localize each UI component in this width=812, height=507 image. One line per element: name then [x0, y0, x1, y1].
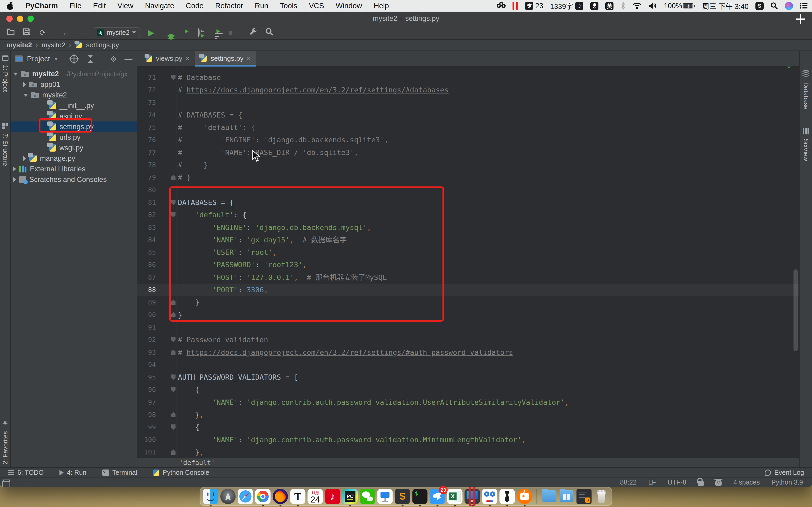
- dock-sunlogin[interactable]: [482, 489, 498, 506]
- battery-indicator[interactable]: 100%: [664, 2, 695, 10]
- code-line-77[interactable]: 77# 'NAME': BASE_DIR / 'db.sqlite3',: [137, 146, 799, 159]
- bluetooth-icon[interactable]: [620, 2, 626, 10]
- dock-typora[interactable]: T: [290, 489, 306, 506]
- fold-marker-icon[interactable]: [171, 449, 175, 455]
- siri-icon[interactable]: [785, 2, 793, 10]
- code-line-89[interactable]: 89 }: [137, 296, 799, 308]
- code-line-100[interactable]: 100 'NAME': 'django.contrib.auth.passwor…: [137, 434, 799, 446]
- breadcrumb-file[interactable]: settings.py: [86, 41, 119, 49]
- tree-item-external-libraries[interactable]: External Libraries: [11, 164, 137, 174]
- collapse-all-icon[interactable]: [87, 55, 94, 63]
- code-line-79[interactable]: 79# }: [137, 171, 799, 183]
- editor-scrollbar[interactable]: [794, 269, 798, 351]
- tool-window-database-button[interactable]: Database: [802, 65, 810, 113]
- wrench-settings-icon[interactable]: [249, 28, 258, 38]
- tree-expand-arrow[interactable]: [23, 94, 28, 97]
- minimize-window-button[interactable]: [17, 15, 23, 22]
- dock-keynote[interactable]: [377, 489, 393, 506]
- tool-window-todo-button[interactable]: 6: TODO: [8, 469, 44, 476]
- code-line-78[interactable]: 78# }: [137, 159, 799, 171]
- line-separator[interactable]: LF: [648, 478, 656, 486]
- code-line-82[interactable]: 82 'default': {: [137, 209, 799, 221]
- code-line-81[interactable]: 81DATABASES = {: [137, 196, 799, 209]
- tool-window-structure-button[interactable]: 7: Structure: [2, 119, 9, 169]
- search-everywhere-icon[interactable]: [265, 28, 274, 38]
- fold-marker-icon[interactable]: [171, 175, 175, 180]
- open-folder-icon[interactable]: [6, 28, 15, 37]
- menu-app-name[interactable]: PyCharm: [26, 2, 58, 10]
- fold-marker-icon[interactable]: [171, 412, 175, 417]
- tree-item--init-py[interactable]: __init__.py: [11, 100, 137, 111]
- dock-dingtalk[interactable]: 23: [430, 489, 445, 506]
- hector-inspector-icon[interactable]: [715, 479, 722, 486]
- wifi-icon[interactable]: [632, 2, 642, 9]
- gear-icon[interactable]: ⚙: [110, 54, 117, 64]
- close-window-button[interactable]: [6, 15, 13, 22]
- tool-window-run-button[interactable]: 4: Run: [59, 469, 87, 476]
- code-line-98[interactable]: 98 },: [137, 408, 799, 421]
- dock-trash[interactable]: [594, 489, 609, 506]
- code-line-83[interactable]: 83 'ENGINE': 'django.db.backends.mysql',: [137, 221, 799, 234]
- file-encoding[interactable]: UTF-8: [668, 478, 687, 486]
- tool-window-event-log-button[interactable]: Event Log: [765, 469, 804, 476]
- run-configuration-select[interactable]: dj mysite2: [93, 27, 140, 38]
- code-line-84[interactable]: 84 'NAME': 'gx_day15', # 数据库名字: [137, 234, 799, 246]
- python-interpreter[interactable]: Python 3.9: [771, 478, 803, 486]
- dock-minimized-window[interactable]: S: [576, 489, 592, 506]
- code-line-95[interactable]: 95AUTH_PASSWORD_VALIDATORS = [: [137, 371, 799, 383]
- window-layout-icon[interactable]: [3, 480, 10, 485]
- dock-tie-app[interactable]: [500, 489, 515, 506]
- dingtalk-tray[interactable]: 23: [525, 2, 543, 10]
- code-line-73[interactable]: 73: [137, 96, 799, 109]
- fold-marker-icon[interactable]: [171, 387, 175, 392]
- tree-item-manage-py[interactable]: manage.py: [11, 153, 137, 164]
- pause-tray-icon[interactable]: [512, 2, 518, 10]
- dock-folder-windows[interactable]: [559, 489, 574, 506]
- tree-item-settings-py[interactable]: settings.py: [11, 121, 137, 132]
- tab-views-py[interactable]: views.py×: [140, 51, 195, 66]
- code-line-101[interactable]: 101 },: [137, 446, 799, 458]
- code-viewport[interactable]: 71# Database72# https://docs.djangoproje…: [137, 66, 799, 458]
- spotlight-search-icon[interactable]: [770, 2, 778, 9]
- inspections-ok-icon[interactable]: [785, 66, 796, 68]
- code-line-86[interactable]: 86 'PASSWORD': 'root123',: [137, 259, 799, 271]
- volume-icon[interactable]: [648, 2, 657, 9]
- menu-edit[interactable]: Edit: [93, 2, 106, 10]
- fold-marker-icon[interactable]: [171, 75, 175, 80]
- code-line-74[interactable]: 74# DATABASES = {: [137, 109, 799, 121]
- code-line-92[interactable]: 92# Password validation: [137, 334, 799, 346]
- project-view-selector[interactable]: Project: [27, 55, 50, 63]
- breadcrumb-project[interactable]: mysite2: [6, 41, 32, 49]
- dock-firefox[interactable]: [273, 489, 288, 506]
- code-line-85[interactable]: 85 'USER': 'root',: [137, 246, 799, 259]
- unlock-icon[interactable]: [698, 481, 704, 486]
- code-line-96[interactable]: 96 {: [137, 383, 799, 396]
- clock[interactable]: 周三 下午 3:40: [702, 1, 749, 11]
- menu-code[interactable]: Code: [186, 2, 204, 10]
- back-icon[interactable]: ←: [61, 29, 70, 37]
- tree-item-urls-py[interactable]: urls.py: [11, 132, 137, 143]
- sync-icon[interactable]: ⟳: [38, 28, 47, 37]
- fold-marker-icon[interactable]: [171, 299, 175, 305]
- menu-view[interactable]: View: [117, 2, 133, 10]
- tree-item-scratches-and-consoles[interactable]: Scratches and Consoles: [11, 174, 137, 185]
- menu-file[interactable]: File: [69, 2, 82, 10]
- stop-button[interactable]: ■: [226, 29, 235, 37]
- code-line-90[interactable]: 90}: [137, 309, 799, 321]
- dock-netease-music[interactable]: ♪: [325, 489, 341, 506]
- tree-item-mysite2[interactable]: mysite2~/PycharmProjects/gx: [11, 69, 137, 79]
- fold-marker-icon[interactable]: [171, 212, 175, 217]
- tab-settings-py[interactable]: settings.py×: [195, 51, 256, 66]
- dock-pycharm[interactable]: PC: [343, 489, 358, 506]
- dock-excel[interactable]: X: [447, 489, 463, 506]
- code-line-97[interactable]: 97 'NAME': 'django.contrib.auth.password…: [137, 396, 799, 408]
- code-line-99[interactable]: 99 {: [137, 421, 799, 433]
- code-line-76[interactable]: 76# 'ENGINE': 'django.db.backends.sqlite…: [137, 133, 799, 146]
- breadcrumb-package[interactable]: mysite2: [42, 41, 65, 49]
- dock-finder[interactable]: [203, 489, 218, 506]
- code-line-72[interactable]: 72# https://docs.djangoproject.com/en/3.…: [137, 84, 799, 96]
- tree-expand-arrow[interactable]: [13, 73, 18, 75]
- caret-position[interactable]: 88:22: [620, 478, 637, 486]
- input-method-tray[interactable]: 英: [605, 2, 613, 10]
- locate-file-icon[interactable]: [70, 55, 78, 63]
